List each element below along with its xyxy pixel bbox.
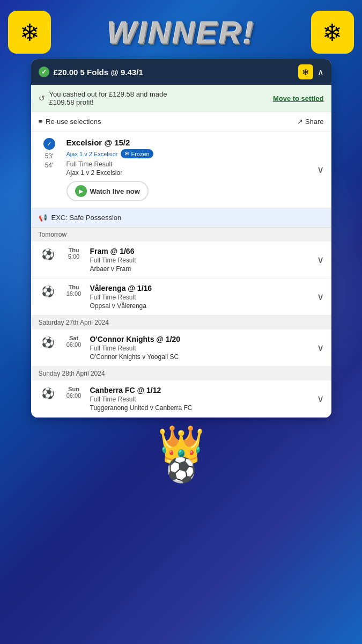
selection-fram: ⚽ Thu 5:00 Fram @ 1/66 Full Time Result … <box>31 241 331 279</box>
excelsior-tag-match: Ajax 1 v 2 Excelsior <box>67 151 118 157</box>
cashout-banner: ↺ You cashed out for £129.58 and made £1… <box>31 85 331 112</box>
canberra-expand-icon[interactable]: ∨ <box>317 393 324 405</box>
valerenga-match: Oppsal v Vålerenga <box>90 302 308 310</box>
valerenga-name: Vålerenga @ 1/16 <box>90 284 308 292</box>
saturday-separator: Saturday 27th April 2024 <box>31 316 331 330</box>
reuse-row: ≡ Re-use selections ↗ Share <box>31 112 331 131</box>
canberra-sport-icon: ⚽ <box>39 386 58 400</box>
snowflake-left-icon: ❄ <box>8 11 51 54</box>
refresh-icon: ↺ <box>39 94 45 103</box>
frozen-snowflake-icon: ❄ <box>124 150 129 157</box>
fram-type: Full Time Result <box>90 257 308 264</box>
reuse-label[interactable]: Re-use selections <box>46 118 101 126</box>
bet-card: ✓ £20.00 5 Folds @ 9.43/1 ❄ ∧ ↺ You cash… <box>31 59 331 418</box>
megaphone-icon: 📢 <box>39 214 47 222</box>
move-to-settled-button[interactable]: Move to settled <box>273 94 324 103</box>
exc-text: EXC: Safe Possession <box>51 214 122 222</box>
footer-crown: 👑 ⚽ <box>158 426 204 484</box>
oconnor-type: Full Time Result <box>90 345 308 352</box>
excelsior-frozen-tag: ❄ Frozen <box>121 149 153 158</box>
excelsior-name: Excelsior @ 15/2 <box>67 138 308 147</box>
fram-sport-icon: ⚽ <box>39 247 58 261</box>
snowflake-right-icon: ❄ <box>311 11 354 54</box>
play-icon: ▶ <box>75 185 87 197</box>
winner-text: WINNER! <box>107 14 255 50</box>
bet-header: ✓ £20.00 5 Folds @ 9.43/1 ❄ ∧ <box>31 59 331 85</box>
share-button[interactable]: ↗ Share <box>297 118 324 126</box>
selection-valerenga: ⚽ Thu 16:00 Vålerenga @ 1/16 Full Time R… <box>31 279 331 316</box>
reuse-icon: ≡ <box>39 118 43 126</box>
selection-excelsior: ✓ 53'54' Excelsior @ 15/2 Ajax 1 v 2 Exc… <box>31 131 331 208</box>
oconnor-sport-icon: ⚽ <box>39 335 58 349</box>
fram-time: 5:00 <box>64 253 84 260</box>
oconnor-expand-icon[interactable]: ∨ <box>317 342 324 354</box>
valerenga-day: Thu <box>64 284 84 290</box>
oconnor-name: O'Connor Knights @ 1/20 <box>90 335 308 343</box>
excelsior-expand-icon[interactable]: ∨ <box>317 164 324 175</box>
share-label: Share <box>305 118 324 126</box>
tomorrow-separator: Tomorrow <box>31 228 331 241</box>
canberra-match: Tuggeranong United v Canberra FC <box>90 404 308 412</box>
soccer-ball-icon: ⚽ <box>166 456 196 484</box>
canberra-day: Sun <box>64 386 84 392</box>
valerenga-expand-icon[interactable]: ∨ <box>317 291 324 303</box>
cashout-message-line2: £109.58 profit! <box>49 98 94 106</box>
watch-live-label: Watch live now <box>90 187 140 195</box>
selection-oconnor: ⚽ Sat 06:00 O'Connor Knights @ 1/20 Full… <box>31 330 331 367</box>
cashout-message-line1: You cashed out for £129.58 and made <box>49 90 167 98</box>
fram-name: Fram @ 1/66 <box>90 247 308 255</box>
excelsior-match: Ajax 1 v 2 Excelsior <box>67 169 308 177</box>
share-icon: ↗ <box>297 118 303 126</box>
bet-check-icon: ✓ <box>39 67 49 77</box>
selection-canberra: ⚽ Sun 06:00 Canberra FC @ 1/12 Full Time… <box>31 380 331 418</box>
oconnor-day: Sat <box>64 335 84 341</box>
header-row: ❄ WINNER! ❄ <box>8 11 354 54</box>
bet-title: £20.00 5 Folds @ 9.43/1 <box>54 68 143 77</box>
fram-expand-icon[interactable]: ∨ <box>317 254 324 266</box>
valerenga-sport-icon: ⚽ <box>39 284 58 298</box>
valerenga-type: Full Time Result <box>90 294 308 301</box>
exc-banner: 📢 EXC: Safe Possession <box>31 208 331 228</box>
excelsior-check-icon: ✓ <box>43 138 55 150</box>
canberra-type: Full Time Result <box>90 396 308 403</box>
excelsior-time: 53'54' <box>45 152 54 170</box>
oconnor-match: O'Connor Knights v Yoogali SC <box>90 353 308 361</box>
watch-live-button[interactable]: ▶ Watch live now <box>67 181 149 201</box>
valerenga-time: 16:00 <box>64 290 84 297</box>
canberra-name: Canberra FC @ 1/12 <box>90 386 308 394</box>
canberra-time: 06:00 <box>64 392 84 399</box>
fram-match: Arbaer v Fram <box>90 265 308 273</box>
sunday-separator: Sunday 28th April 2024 <box>31 367 331 380</box>
fram-day: Thu <box>64 247 84 253</box>
oconnor-time: 06:00 <box>64 341 84 348</box>
collapse-icon[interactable]: ∧ <box>317 67 324 77</box>
bet-snowflake-icon[interactable]: ❄ <box>298 64 313 79</box>
excelsior-type: Full Time Result <box>67 160 308 168</box>
